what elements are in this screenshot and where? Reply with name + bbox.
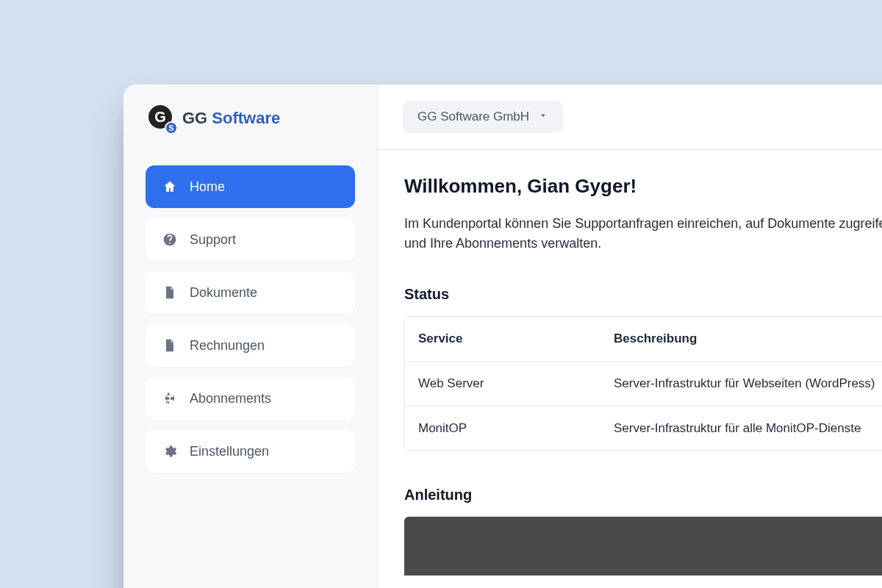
sidebar-item-label: Rechnungen bbox=[190, 338, 265, 354]
guide-heading: Anleitung bbox=[404, 487, 882, 503]
sidebar-item-support[interactable]: Support bbox=[146, 218, 355, 261]
table-header-service: Service bbox=[405, 317, 600, 361]
org-name: GG Software GmbH bbox=[417, 110, 529, 124]
table-header-description: Beschreibung bbox=[600, 317, 882, 361]
brand-name-accent: Software bbox=[212, 109, 280, 127]
table-cell-service: MonitOP bbox=[405, 406, 600, 451]
recycle-icon bbox=[162, 390, 178, 406]
sidebar-item-label: Support bbox=[190, 232, 236, 248]
app-window: G S GG Software Home Support bbox=[123, 85, 882, 588]
table-cell-service: Web Server bbox=[405, 362, 600, 406]
chevron-down-icon bbox=[538, 110, 548, 124]
content-area: Willkommen, Gian Gyger! Im Kundenportal … bbox=[378, 150, 882, 588]
brand-name-primary: GG bbox=[182, 109, 207, 127]
welcome-title: Willkommen, Gian Gyger! bbox=[404, 175, 882, 198]
document-icon bbox=[162, 284, 178, 301]
table-header-row: Service Beschreibung bbox=[405, 317, 882, 362]
sidebar-item-home[interactable]: Home bbox=[146, 165, 355, 208]
sidebar: G S GG Software Home Support bbox=[123, 85, 378, 588]
table-row: Web Server Server-Infrastruktur für Webs… bbox=[405, 362, 882, 406]
welcome-subtitle: Im Kundenportal können Sie Supportanfrag… bbox=[404, 214, 882, 254]
sidebar-item-documents[interactable]: Dokumente bbox=[146, 271, 355, 314]
table-cell-description: Server-Infrastruktur für Webseiten (Word… bbox=[600, 362, 882, 406]
org-selector[interactable]: GG Software GmbH bbox=[403, 101, 563, 133]
sidebar-item-label: Dokumente bbox=[190, 285, 257, 301]
brand-mark: G S bbox=[148, 105, 175, 132]
sidebar-item-subscriptions[interactable]: Abonnements bbox=[146, 377, 355, 420]
sidebar-item-label: Home bbox=[190, 179, 225, 195]
brand-mark-sub: S bbox=[165, 121, 178, 135]
sidebar-item-settings[interactable]: Einstellungen bbox=[146, 430, 355, 473]
home-icon bbox=[162, 179, 178, 195]
table-row: MonitOP Server-Infrastruktur für alle Mo… bbox=[405, 406, 882, 451]
sidebar-item-invoices[interactable]: Rechnungen bbox=[146, 324, 355, 367]
gear-icon bbox=[162, 443, 178, 459]
main-panel: GG Software GmbH Willkommen, Gian Gyger!… bbox=[378, 85, 882, 588]
invoice-icon bbox=[162, 337, 178, 354]
table-cell-description: Server-Infrastruktur für alle MonitOP-Di… bbox=[600, 406, 882, 451]
sidebar-nav: Home Support Dokumente Rechnungen bbox=[146, 165, 355, 473]
brand-name: GG Software bbox=[182, 109, 280, 128]
sidebar-item-label: Abonnements bbox=[190, 391, 271, 406]
status-table: Service Beschreibung Web Server Server-I… bbox=[404, 316, 882, 451]
status-heading: Status bbox=[404, 286, 882, 303]
topbar: GG Software GmbH bbox=[378, 85, 882, 150]
sidebar-item-label: Einstellungen bbox=[190, 444, 269, 459]
brand-logo[interactable]: G S GG Software bbox=[146, 105, 355, 132]
guide-media[interactable] bbox=[404, 517, 882, 576]
help-icon bbox=[162, 232, 178, 248]
